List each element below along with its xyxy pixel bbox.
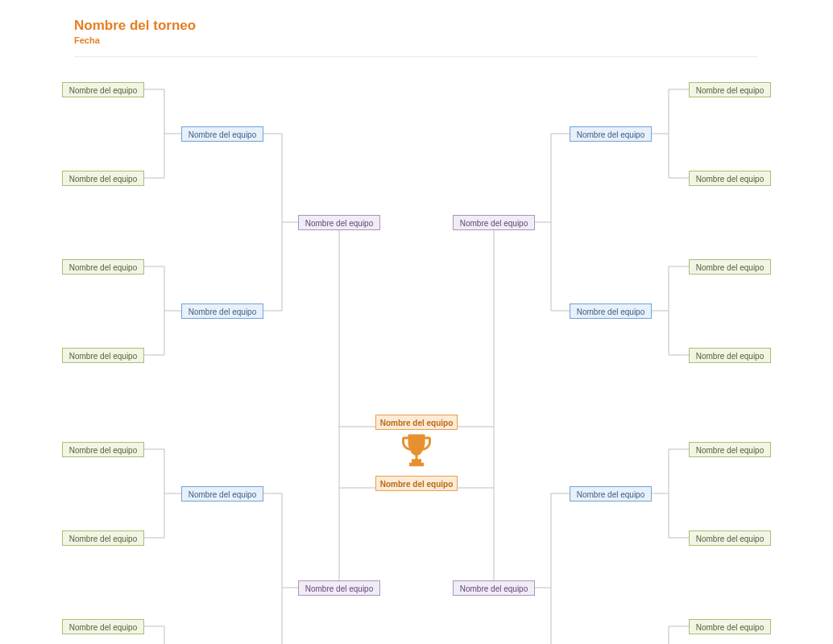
left-r3-team-1: Nombre del equipo [298, 215, 380, 230]
left-r1-team-2: Nombre del equipo [62, 171, 144, 186]
left-r1-team-4: Nombre del equipo [62, 348, 144, 363]
right-r1-team-3: Nombre del equipo [689, 259, 771, 275]
left-r3-team-2: Nombre del equipo [298, 580, 380, 596]
final-top: Nombre del equipo [375, 415, 458, 430]
right-r1-team-7: Nombre del equipo [689, 619, 771, 634]
right-r3-team-2: Nombre del equipo [453, 580, 535, 596]
trophy-icon [397, 431, 436, 469]
left-r2-team-3: Nombre del equipo [181, 486, 263, 502]
left-r2-team-1: Nombre del equipo [181, 126, 263, 142]
tournament-title: Nombre del torneo [74, 18, 196, 34]
left-r1-team-6: Nombre del equipo [62, 530, 144, 546]
left-r1-team-1: Nombre del equipo [62, 82, 144, 97]
final-bottom: Nombre del equipo [375, 476, 458, 491]
header-divider [74, 56, 757, 57]
tournament-date: Fecha [74, 35, 100, 45]
left-r2-team-2: Nombre del equipo [181, 303, 263, 319]
right-r1-team-5: Nombre del equipo [689, 442, 771, 457]
left-r1-team-3: Nombre del equipo [62, 259, 144, 275]
right-r1-team-6: Nombre del equipo [689, 530, 771, 546]
right-r1-team-1: Nombre del equipo [689, 82, 771, 97]
right-r2-team-3: Nombre del equipo [570, 486, 652, 502]
left-r1-team-5: Nombre del equipo [62, 442, 144, 457]
left-r1-team-7: Nombre del equipo [62, 619, 144, 634]
right-r1-team-2: Nombre del equipo [689, 171, 771, 186]
right-r1-team-4: Nombre del equipo [689, 348, 771, 363]
right-r3-team-1: Nombre del equipo [453, 215, 535, 230]
right-r2-team-2: Nombre del equipo [570, 303, 652, 319]
right-r2-team-1: Nombre del equipo [570, 126, 652, 142]
